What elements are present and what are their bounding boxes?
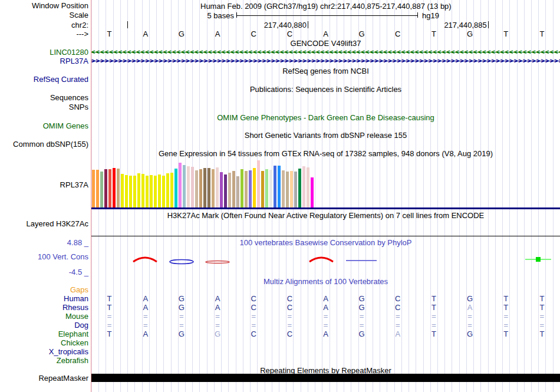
gtex-tissue-bar[interactable] xyxy=(236,176,239,207)
common-dbsnp-label[interactable]: Common dbSNP(155) xyxy=(0,140,88,148)
alignment-base: G xyxy=(452,330,488,338)
sequences-label[interactable]: Sequences xyxy=(0,94,88,101)
species-label-mouse[interactable]: Mouse xyxy=(0,312,88,320)
gtex-tissue-bar[interactable] xyxy=(232,171,235,207)
gtex-tissue-bar[interactable] xyxy=(174,169,177,207)
h3k27ac-label[interactable]: Layered H3K27Ac xyxy=(0,220,88,228)
species-label-elephant[interactable]: Elephant xyxy=(0,330,88,338)
gtex-tissue-bar[interactable] xyxy=(199,169,202,207)
gtex-tissue-bar[interactable] xyxy=(278,166,281,207)
gtex-tissue-bar[interactable] xyxy=(108,169,111,207)
gtex-tissue-bar[interactable] xyxy=(183,165,186,207)
gtex-tissue-bar[interactable] xyxy=(146,176,149,207)
gtex-tissue-bar[interactable] xyxy=(241,169,243,207)
gtex-gene-label[interactable]: RPL37A xyxy=(0,181,88,189)
gtex-tissue-bar[interactable] xyxy=(92,170,95,207)
gene-label-linc01280[interactable]: LINC01280 xyxy=(0,48,88,56)
gtex-tissue-bar[interactable] xyxy=(141,174,144,207)
gtex-tissue-bar[interactable] xyxy=(170,173,173,207)
gtex-tissue-bar[interactable] xyxy=(302,166,305,207)
gene-direction-arrows-left[interactable]: <<<<<<<<<<<<<<<<<<<<<<<<<<<<<<<<<<<<<<<<… xyxy=(91,48,560,56)
omim-track-title: OMIM Gene Phenotypes - Dark Green Can Be… xyxy=(91,114,560,121)
species-label-gaps[interactable]: Gaps xyxy=(0,286,88,294)
gtex-tissue-bar[interactable] xyxy=(216,167,219,207)
gtex-tissue-bar[interactable] xyxy=(162,176,165,207)
gtex-tissue-bar[interactable] xyxy=(224,174,227,207)
gtex-tissue-bar[interactable] xyxy=(298,169,301,207)
gtex-tissue-bar[interactable] xyxy=(253,168,256,207)
scale-label: Scale xyxy=(0,11,88,19)
gtex-tissue-bar[interactable] xyxy=(96,170,99,207)
gtex-tissue-bar[interactable] xyxy=(228,173,231,207)
conservation-label[interactable]: 100 Vert. Cons xyxy=(0,253,88,261)
gtex-tissue-bar[interactable] xyxy=(282,170,285,207)
gtex-tissue-bar[interactable] xyxy=(129,176,132,207)
species-label-chicken[interactable]: Chicken xyxy=(0,339,88,347)
base-letter: C xyxy=(272,30,308,38)
gtex-tissue-bar[interactable] xyxy=(150,175,153,207)
alignment-base: = xyxy=(488,321,524,329)
base-letter: C xyxy=(236,30,272,38)
repeatmasker-element-bar[interactable] xyxy=(91,374,560,382)
gtex-tissue-bar[interactable] xyxy=(133,176,136,207)
conservation-track-title: 100 vertebrates Basewise Conservation by… xyxy=(91,239,560,246)
snps-label[interactable]: SNPs xyxy=(0,103,88,111)
gtex-tissue-bar[interactable] xyxy=(220,172,223,207)
omim-genes-label[interactable]: OMIM Genes xyxy=(0,122,88,130)
gtex-tissue-bar[interactable] xyxy=(117,169,120,207)
alignment-base: T xyxy=(524,304,560,311)
gtex-tissue-bar[interactable] xyxy=(249,170,252,207)
gtex-tissue-bar[interactable] xyxy=(265,169,268,207)
repeatmasker-label[interactable]: RepeatMasker xyxy=(0,374,88,382)
gtex-tissue-bar[interactable] xyxy=(286,172,289,207)
gtex-tissue-bar[interactable] xyxy=(121,174,124,207)
alignment-base: A xyxy=(127,304,163,311)
gtex-track-title: Gene Expression in 54 tissues from GTEx … xyxy=(91,150,560,157)
gtex-tissue-bar[interactable] xyxy=(307,167,309,207)
gtex-tissue-bar[interactable] xyxy=(261,171,264,207)
gtex-tissue-bar[interactable] xyxy=(137,173,140,207)
alignment-base: G xyxy=(199,330,235,338)
refseq-curated-label[interactable]: RefSeq Curated xyxy=(0,75,88,83)
species-label-rhesus[interactable]: Rhesus xyxy=(0,304,88,311)
species-label-x_tropicalis[interactable]: X_tropicalis xyxy=(0,348,88,355)
gtex-tissue-bar[interactable] xyxy=(187,166,190,207)
gtex-tissue-bar[interactable] xyxy=(207,168,210,207)
gtex-tissue-bar[interactable] xyxy=(195,170,198,207)
gtex-tissue-bar[interactable] xyxy=(311,177,314,207)
alignment-base: A xyxy=(127,295,163,302)
species-label-zebrafish[interactable]: Zebrafish xyxy=(0,357,88,364)
gtex-tissue-bar[interactable] xyxy=(245,171,248,207)
gtex-tissue-bar[interactable] xyxy=(191,167,194,207)
gtex-tissue-bar[interactable] xyxy=(113,168,116,207)
alignment-base: C xyxy=(272,330,308,338)
alignment-base: G xyxy=(344,295,380,302)
gtex-tissue-bar[interactable] xyxy=(274,166,276,207)
gene-direction-arrows-right[interactable]: >>>>>>>>>>>>>>>>>>>>>>>>>>>>>>>>>>>>>>>>… xyxy=(91,57,560,65)
gtex-tissue-bar[interactable] xyxy=(125,175,128,207)
gtex-tissue-bar[interactable] xyxy=(212,169,215,207)
gtex-tissue-bar[interactable] xyxy=(203,168,206,207)
alignment-base: C xyxy=(380,295,416,302)
species-label-human[interactable]: Human xyxy=(0,295,88,302)
gtex-tissue-bar[interactable] xyxy=(269,170,272,207)
base-letter: T xyxy=(488,30,524,38)
gtex-tissue-bar[interactable] xyxy=(257,160,260,207)
species-label-dog[interactable]: Dog xyxy=(0,321,88,329)
alignment-base: T xyxy=(488,295,524,302)
gtex-tissue-bar[interactable] xyxy=(290,171,293,207)
gtex-tissue-bar[interactable] xyxy=(100,172,103,207)
base-letter: G xyxy=(452,30,488,38)
base-letter: A xyxy=(308,30,344,38)
gtex-tissue-bar[interactable] xyxy=(158,174,161,207)
gtex-tissue-bar[interactable] xyxy=(104,169,107,207)
gtex-tissue-bar[interactable] xyxy=(154,176,157,207)
conservation-ellipse-thin xyxy=(205,254,230,265)
gtex-tissue-bar[interactable] xyxy=(166,173,169,207)
alignment-base: A xyxy=(199,295,235,302)
gtex-tissue-bar[interactable] xyxy=(179,163,182,207)
window-position-label: Window Position xyxy=(0,2,88,9)
alignment-base: = xyxy=(272,312,308,320)
gene-label-rpl37a[interactable]: RPL37A xyxy=(0,57,88,65)
gtex-tissue-bar[interactable] xyxy=(294,172,297,207)
